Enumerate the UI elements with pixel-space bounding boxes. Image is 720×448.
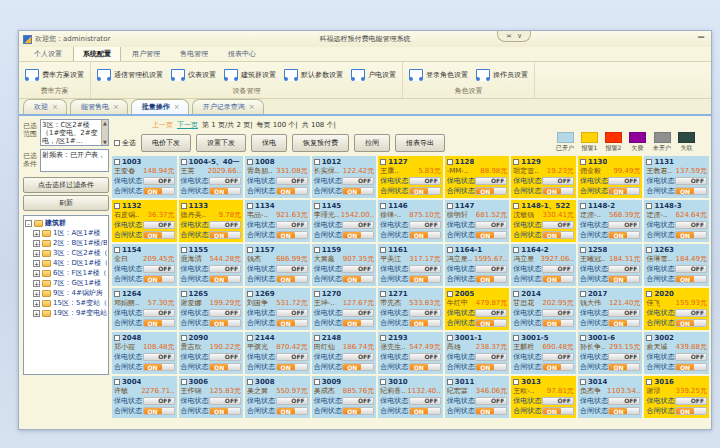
- toolbar-button[interactable]: 设置下发: [196, 134, 246, 152]
- expand-icon[interactable]: +: [33, 230, 40, 237]
- meter-card[interactable]: 1159 大翼鑫 907.35元 保电状态 OFF 合闸状态 ON: [312, 244, 377, 286]
- keep-power-toggle[interactable]: OFF: [209, 397, 241, 405]
- switch-state-toggle[interactable]: ON: [542, 319, 574, 327]
- ribbon-button[interactable]: 登录角色设置: [409, 69, 468, 81]
- keep-power-toggle[interactable]: OFF: [143, 397, 175, 405]
- switch-state-toggle[interactable]: ON: [276, 407, 308, 415]
- keep-power-toggle[interactable]: OFF: [675, 221, 707, 229]
- keep-power-toggle[interactable]: OFF: [276, 221, 308, 229]
- meter-card[interactable]: 3016 谢琐 339.25元 保电状态 OFF 合闸状态 ON: [644, 376, 709, 418]
- switch-state-toggle[interactable]: ON: [342, 363, 374, 371]
- ribbon-tab[interactable]: 用户管理: [123, 47, 169, 61]
- meter-card[interactable]: 3002 俞天诚 439.88元 保电状态 OFF 合闸状态 ON: [644, 332, 709, 374]
- expand-icon[interactable]: +: [33, 260, 40, 267]
- card-checkbox[interactable]: [114, 203, 120, 209]
- switch-state-toggle[interactable]: ON: [608, 231, 640, 239]
- meter-card[interactable]: 3011 纪宏霖 346.06元 保电状态 OFF 合闸状态 ON: [445, 376, 510, 418]
- card-checkbox[interactable]: [181, 291, 187, 297]
- tab-close-icon[interactable]: ×: [174, 103, 180, 111]
- meter-card[interactable]: 1145 李瑾光.. 1542.00.. 保电状态 OFF 合闸状态 ON: [312, 200, 377, 242]
- card-checkbox[interactable]: [380, 379, 386, 385]
- meter-card[interactable]: 1008 青岛朋.. 331.08元 保电状态 OFF 合闸状态 ON: [245, 156, 310, 198]
- next-page-link[interactable]: 下一页: [177, 120, 198, 130]
- skin-toggle-pill[interactable]: ≍∨: [497, 31, 531, 42]
- meter-card[interactable]: 1128 -MM-.. 88.98元 保电状态 OFF 合闸状态 ON: [445, 156, 510, 198]
- meter-card[interactable]: 1157 钱杰 686.99元 保电状态 OFF 合闸状态 ON: [245, 244, 310, 286]
- meter-card[interactable]: 1004-5、40一 王英 2029.66.. 保电状态 OFF 合闸状态: [179, 156, 244, 198]
- meter-card[interactable]: 1134 韦品-.. 921.63元 保电状态 OFF 合闸状态 ON: [245, 200, 310, 242]
- toolbar-button[interactable]: 恢复预付费: [292, 134, 349, 152]
- keep-power-toggle[interactable]: OFF: [209, 353, 241, 361]
- card-checkbox[interactable]: [314, 291, 320, 297]
- dropdown-chevron-icon[interactable]: ∨: [517, 32, 522, 40]
- meter-card[interactable]: 3004 许敏 2276.71.. 保电状态 OFF 合闸状态 ON: [112, 376, 177, 418]
- card-checkbox[interactable]: [447, 159, 453, 165]
- card-checkbox[interactable]: [513, 291, 519, 297]
- keep-power-toggle[interactable]: OFF: [209, 265, 241, 273]
- switch-state-toggle[interactable]: ON: [342, 275, 374, 283]
- card-checkbox[interactable]: [314, 335, 320, 341]
- switch-state-toggle[interactable]: ON: [675, 275, 707, 283]
- meter-card[interactable]: 1132 石皮锅.. 36.37元 保电状态 OFF 合闸状态 ON: [112, 200, 177, 242]
- meter-card[interactable]: 2005 牛红中 479.87元 保电状态 OFF 合闸状态 ON: [445, 288, 510, 330]
- meter-card[interactable]: 1148-1、522 沈敏钱 330.41元 保电状态 OFF 合闸状态 O: [511, 200, 576, 242]
- expand-icon[interactable]: +: [33, 240, 40, 247]
- minimize-button[interactable]: —: [695, 33, 707, 43]
- selected-criteria-listbox[interactable]: 射频表：已开户表，: [40, 149, 109, 172]
- meter-card[interactable]: 2020 佳飞 155.93元 保电状态 OFF 合闸状态 ON: [644, 288, 709, 330]
- expand-icon[interactable]: +: [33, 310, 40, 317]
- switch-state-toggle[interactable]: ON: [342, 231, 374, 239]
- ribbon-tab[interactable]: 售电管理: [171, 47, 217, 61]
- keep-power-toggle[interactable]: OFF: [409, 221, 441, 229]
- card-checkbox[interactable]: [580, 203, 586, 209]
- switch-state-toggle[interactable]: ON: [475, 319, 507, 327]
- keep-power-toggle[interactable]: OFF: [409, 265, 441, 273]
- meter-card[interactable]: 1147 徐明轩 681.52元 保电状态 OFF 合闸状态 ON: [445, 200, 510, 242]
- keep-power-toggle[interactable]: OFF: [342, 177, 374, 185]
- refresh-button[interactable]: 刷新: [23, 195, 109, 211]
- switch-state-toggle[interactable]: ON: [143, 319, 175, 327]
- card-checkbox[interactable]: [447, 379, 453, 385]
- card-checkbox[interactable]: [646, 159, 652, 165]
- meter-card[interactable]: 2048 郑小霞 108.48元 保电状态 OFF 合闸状态 ON: [112, 332, 177, 374]
- keep-power-toggle[interactable]: OFF: [542, 309, 574, 317]
- meter-card[interactable]: 2144 平骥光 870.42元 保电状态 OFF 合闸状态 ON: [245, 332, 310, 374]
- ribbon-button[interactable]: 操作员设置: [476, 69, 528, 81]
- restore-icon[interactable]: ≍: [506, 32, 512, 40]
- meter-card[interactable]: 1154 金日 209.45元 保电状态 OFF 合闸状态 ON: [112, 244, 177, 286]
- switch-state-toggle[interactable]: ON: [276, 363, 308, 371]
- card-checkbox[interactable]: [114, 335, 120, 341]
- switch-state-toggle[interactable]: ON: [542, 275, 574, 283]
- meter-card[interactable]: 3010 纪莉香.. 1132.40.. 保电状态 OFF 合闸状态 ON: [378, 376, 443, 418]
- meter-card[interactable]: 1129 胡定雷.. 19.23元 保电状态 OFF 合闸状态 ON: [511, 156, 576, 198]
- switch-state-toggle[interactable]: ON: [276, 275, 308, 283]
- switch-state-toggle[interactable]: ON: [342, 319, 374, 327]
- card-checkbox[interactable]: [247, 247, 253, 253]
- card-checkbox[interactable]: [380, 291, 386, 297]
- switch-state-toggle[interactable]: ON: [608, 407, 640, 415]
- card-checkbox[interactable]: [646, 247, 652, 253]
- meter-card[interactable]: 1146 徐锋-.. 875.10元 保电状态 OFF 合闸状态 ON: [378, 200, 443, 242]
- card-checkbox[interactable]: [314, 247, 320, 253]
- card-checkbox[interactable]: [314, 379, 320, 385]
- keep-power-toggle[interactable]: OFF: [608, 221, 640, 229]
- switch-state-toggle[interactable]: ON: [409, 319, 441, 327]
- card-checkbox[interactable]: [247, 291, 253, 297]
- expand-icon[interactable]: +: [33, 250, 40, 257]
- switch-state-toggle[interactable]: ON: [409, 231, 441, 239]
- switch-state-toggle[interactable]: ON: [542, 363, 574, 371]
- keep-power-toggle[interactable]: OFF: [608, 353, 640, 361]
- card-checkbox[interactable]: [114, 247, 120, 253]
- keep-power-toggle[interactable]: OFF: [542, 177, 574, 185]
- expand-icon[interactable]: +: [33, 290, 40, 297]
- card-checkbox[interactable]: [181, 203, 187, 209]
- keep-power-toggle[interactable]: OFF: [475, 353, 507, 361]
- switch-state-toggle[interactable]: ON: [675, 187, 707, 195]
- meter-card[interactable]: 3008 吴之翼 550.97元 保电状态 OFF 合闸状态 ON: [245, 376, 310, 418]
- keep-power-toggle[interactable]: OFF: [209, 221, 241, 229]
- ribbon-button[interactable]: 费率方案设置: [25, 69, 84, 81]
- keep-power-toggle[interactable]: OFF: [675, 265, 707, 273]
- keep-power-toggle[interactable]: OFF: [143, 309, 175, 317]
- keep-power-toggle[interactable]: OFF: [209, 177, 241, 185]
- card-checkbox[interactable]: [447, 291, 453, 297]
